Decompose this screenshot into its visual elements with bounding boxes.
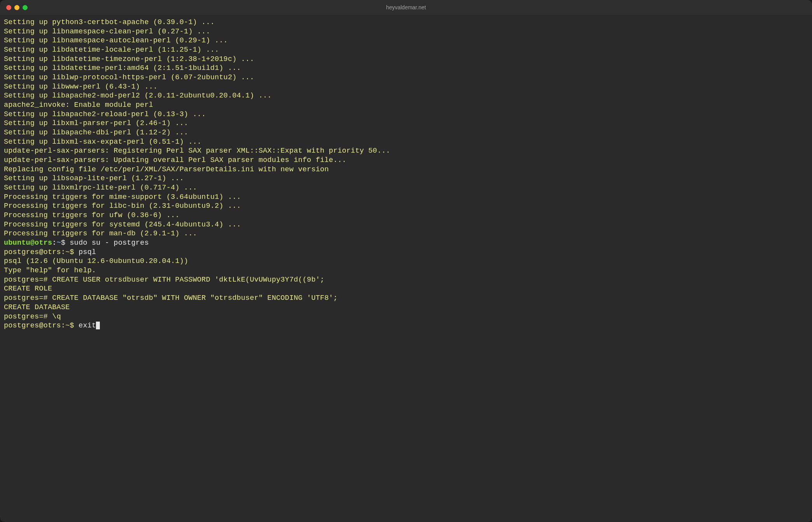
terminal-line: Processing triggers for ufw (0.36-6) ... (4, 211, 808, 220)
terminal-line: postgres=# \q (4, 312, 808, 322)
output-text: Setting up libapache2-reload-perl (0.13-… (4, 110, 206, 118)
output-text: Setting up libapache2-mod-perl2 (2.0.11-… (4, 92, 272, 100)
output-text: update-perl-sax-parsers: Updating overal… (4, 156, 347, 164)
output-text: Processing triggers for libc-bin (2.31-0… (4, 202, 241, 210)
terminal-line: Setting up liblwp-protocol-https-perl (6… (4, 73, 808, 82)
output-text: Setting up python3-certbot-apache (0.39.… (4, 18, 215, 26)
terminal-line: postgres@otrs:~$ psql (4, 248, 808, 257)
output-text: Setting up libnamespace-clean-perl (0.27… (4, 28, 210, 36)
prompt-text: postgres@otrs:~$ (4, 322, 78, 330)
terminal-window: heyvaldemar.net Setting up python3-certb… (0, 0, 812, 522)
terminal-line: psql (12.6 (Ubuntu 12.6-0ubuntu0.20.04.1… (4, 257, 808, 266)
command-text: psql (78, 248, 96, 256)
prompt-path: ~ (57, 239, 61, 247)
terminal-line: Setting up libnamespace-autoclean-perl (… (4, 36, 808, 45)
command-text: sudo su - postgres (70, 239, 149, 247)
output-text: Setting up libxml-sax-expat-perl (0.51-1… (4, 138, 202, 146)
terminal-line: postgres@otrs:~$ exit (4, 321, 808, 331)
terminal-line: CREATE DATABASE (4, 303, 808, 312)
terminal-line: Processing triggers for systemd (245.4-4… (4, 220, 808, 230)
output-text: Type "help" for help. (4, 266, 96, 275)
psql-prompt: postgres=# (4, 294, 52, 302)
terminal-line: Type "help" for help. (4, 266, 808, 275)
output-text: Replacing config file /etc/perl/XML/SAX/… (4, 165, 329, 174)
output-text: apache2_invoke: Enable module perl (4, 101, 153, 109)
window-title: heyvaldemar.net (386, 4, 426, 10)
output-text: Setting up libwww-perl (6.43-1) ... (4, 83, 158, 91)
terminal-line: Setting up libapache2-mod-perl2 (2.0.11-… (4, 91, 808, 101)
output-text: Setting up libdatetime-locale-perl (1:1.… (4, 46, 219, 54)
minimize-icon[interactable] (14, 5, 19, 10)
output-text: Setting up libdatetime-perl:amd64 (2:1.5… (4, 64, 241, 72)
terminal-line: Setting up libxml-sax-expat-perl (0.51-1… (4, 137, 808, 147)
output-text: Setting up libapache-dbi-perl (1.12-2) .… (4, 129, 188, 137)
terminal-line: Processing triggers for mime-support (3.… (4, 193, 808, 202)
terminal-line: CREATE ROLE (4, 284, 808, 294)
prompt-text: postgres@otrs:~$ (4, 248, 78, 256)
terminal-line: Setting up libnamespace-clean-perl (0.27… (4, 27, 808, 37)
terminal-line: Processing triggers for libc-bin (2.31-0… (4, 202, 808, 211)
terminal-line: Setting up libxml-parser-perl (2.46-1) .… (4, 119, 808, 128)
terminal-line: Setting up libapache-dbi-perl (1.12-2) .… (4, 128, 808, 137)
output-text: update-perl-sax-parsers: Registering Per… (4, 147, 390, 155)
output-text: Setting up libdatetime-timezone-perl (1:… (4, 55, 254, 63)
traffic-lights (0, 5, 28, 10)
output-text: Processing triggers for mime-support (3.… (4, 193, 241, 201)
terminal-line: apache2_invoke: Enable module perl (4, 101, 808, 110)
terminal-line: Replacing config file /etc/perl/XML/SAX/… (4, 165, 808, 174)
psql-text: \q (52, 313, 61, 321)
output-text: psql (12.6 (Ubuntu 12.6-0ubuntu0.20.04.1… (4, 257, 188, 265)
prompt-sign: $ (61, 239, 70, 247)
terminal-line: update-perl-sax-parsers: Registering Per… (4, 146, 808, 156)
command-text: exit (78, 322, 96, 330)
terminal-line: postgres=# CREATE USER otrsdbuser WITH P… (4, 275, 808, 285)
psql-text: CREATE DATABASE "otrsdb" WITH OWNER "otr… (52, 294, 338, 302)
output-text: Setting up libxml-parser-perl (2.46-1) .… (4, 119, 188, 127)
terminal-line: Setting up libapache2-reload-perl (0.13-… (4, 110, 808, 119)
terminal-line: Setting up libdatetime-locale-perl (1:1.… (4, 45, 808, 55)
terminal-line: Setting up libdatetime-timezone-perl (1:… (4, 55, 808, 64)
terminal-line: ubuntu@otrs:~$ sudo su - postgres (4, 238, 808, 248)
psql-text: CREATE USER otrsdbuser WITH PASSWORD 'dk… (52, 276, 324, 284)
prompt-separator: : (52, 239, 56, 247)
terminal-content[interactable]: Setting up python3-certbot-apache (0.39.… (0, 15, 812, 522)
output-text: Setting up libnamespace-autoclean-perl (… (4, 37, 228, 45)
terminal-line: Setting up libwww-perl (6.43-1) ... (4, 82, 808, 92)
output-text: Processing triggers for man-db (2.9.1-1)… (4, 230, 197, 238)
output-text: Setting up liblwp-protocol-https-perl (6… (4, 73, 254, 82)
maximize-icon[interactable] (23, 5, 28, 10)
close-icon[interactable] (6, 5, 11, 10)
output-text: Setting up libsoap-lite-perl (1.27-1) ..… (4, 174, 184, 183)
prompt-user: ubuntu@otrs (4, 239, 52, 247)
terminal-line: Processing triggers for man-db (2.9.1-1)… (4, 229, 808, 238)
terminal-line: Setting up libxmlrpc-lite-perl (0.717-4)… (4, 183, 808, 193)
terminal-line: postgres=# CREATE DATABASE "otrsdb" WITH… (4, 294, 808, 303)
terminal-line: Setting up python3-certbot-apache (0.39.… (4, 18, 808, 27)
psql-text: CREATE DATABASE (4, 303, 70, 311)
output-text: Processing triggers for ufw (0.36-6) ... (4, 211, 179, 219)
titlebar: heyvaldemar.net (0, 0, 812, 15)
terminal-line: Setting up libdatetime-perl:amd64 (2:1.5… (4, 64, 808, 73)
terminal-line: Setting up libsoap-lite-perl (1.27-1) ..… (4, 174, 808, 183)
cursor-icon (96, 322, 100, 329)
output-text: Processing triggers for systemd (245.4-4… (4, 221, 241, 229)
psql-prompt: postgres=# (4, 313, 52, 321)
terminal-line: update-perl-sax-parsers: Updating overal… (4, 156, 808, 165)
psql-prompt: postgres=# (4, 276, 52, 284)
psql-text: CREATE ROLE (4, 285, 52, 293)
output-text: Setting up libxmlrpc-lite-perl (0.717-4)… (4, 184, 197, 192)
